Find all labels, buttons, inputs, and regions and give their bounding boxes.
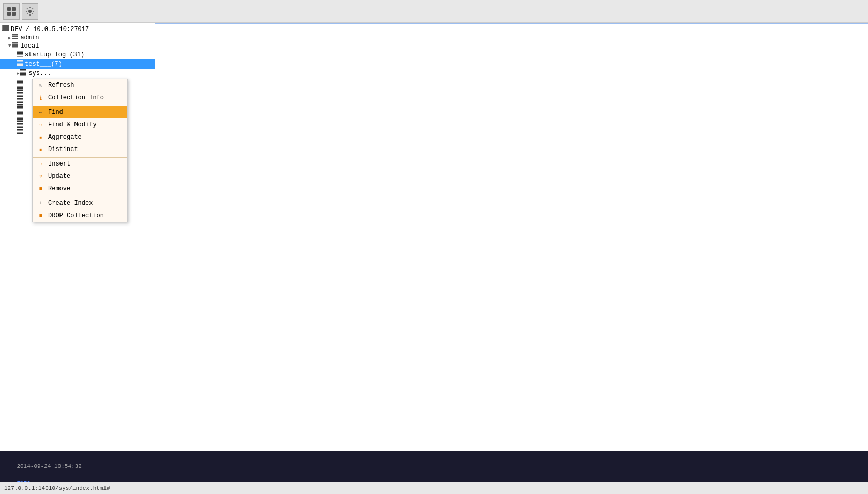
find-modify-icon: ↔ xyxy=(37,121,45,129)
log-area: 2014-09-24 10:54:32 INFO Retrieving Serv… xyxy=(0,451,868,482)
context-menu: ↻ Refresh ℹ Collection Info ← Find ↔ Fin… xyxy=(32,79,128,222)
log1-date: 2014-09-24 10:54:32 xyxy=(17,463,81,469)
find-arrow-icon: ← xyxy=(37,108,45,116)
expand-local-icon: ▼ xyxy=(8,43,11,49)
svg-rect-1 xyxy=(12,7,16,11)
update-icon: ⇄ xyxy=(37,172,45,181)
server-node[interactable]: DEV / 10.0.5.10:27017 xyxy=(0,25,155,34)
db-local[interactable]: ▼ local xyxy=(0,42,155,50)
svg-rect-53 xyxy=(17,117,23,118)
svg-rect-60 xyxy=(17,127,23,128)
ctx-distinct-label: Distinct xyxy=(48,146,78,153)
toolbar xyxy=(0,0,868,23)
collection-test-label: test___(7) xyxy=(25,61,62,68)
ctx-create-index-label: Create Index xyxy=(48,200,93,207)
svg-rect-33 xyxy=(17,86,23,87)
db-local-label: local xyxy=(20,42,39,50)
ctx-aggregate-label: Aggregate xyxy=(48,133,82,141)
ctx-find-label: Find xyxy=(48,109,63,116)
ctx-collection-info[interactable]: ℹ Collection Info xyxy=(33,92,127,104)
collection-startup-log[interactable]: startup_log (31) xyxy=(0,50,155,59)
collection-sys[interactable]: ▶ sys... xyxy=(0,69,155,78)
svg-rect-42 xyxy=(17,100,23,101)
svg-rect-52 xyxy=(17,115,23,116)
svg-rect-16 xyxy=(17,53,23,54)
collection-test[interactable]: test___(7) xyxy=(0,59,155,69)
svg-rect-9 xyxy=(12,36,18,38)
svg-rect-21 xyxy=(17,63,23,64)
ctx-drop-collection-label: DROP Collection xyxy=(48,212,104,219)
svg-rect-38 xyxy=(17,94,23,95)
main-area: DEV / 10.0.5.10:27017 ▶ admin ▼ xyxy=(0,23,868,451)
svg-rect-63 xyxy=(17,132,23,133)
server-icon xyxy=(2,25,9,33)
svg-rect-27 xyxy=(20,73,26,74)
db-admin-icon xyxy=(12,34,18,41)
svg-rect-12 xyxy=(12,44,18,46)
svg-rect-32 xyxy=(17,84,23,85)
ctx-remove[interactable]: ■ Remove xyxy=(33,183,127,195)
ctx-find-modify[interactable]: ↔ Find & Modify xyxy=(33,118,127,131)
svg-rect-15 xyxy=(17,52,23,53)
collection-icon-sys xyxy=(20,69,26,78)
svg-rect-45 xyxy=(17,104,23,106)
drop-collection-icon: ■ xyxy=(37,212,45,220)
svg-rect-25 xyxy=(20,71,26,72)
ctx-drop-collection[interactable]: ■ DROP Collection xyxy=(33,209,127,222)
svg-rect-51 xyxy=(17,113,23,114)
content-area xyxy=(155,23,868,451)
ctx-find[interactable]: ← Find xyxy=(33,106,127,118)
expand-sys-icon: ▶ xyxy=(17,71,19,77)
svg-rect-37 xyxy=(17,92,23,93)
svg-rect-2 xyxy=(7,12,11,16)
statusbar: 127.0.0.1:14010/sys/index.html# xyxy=(0,482,868,494)
svg-rect-22 xyxy=(17,64,23,65)
gear-icon xyxy=(25,7,35,16)
svg-rect-30 xyxy=(17,81,23,82)
ctx-remove-label: Remove xyxy=(48,185,70,192)
svg-rect-39 xyxy=(17,95,23,96)
create-index-icon: + xyxy=(37,199,45,207)
svg-rect-34 xyxy=(17,87,23,88)
expand-admin-icon: ▶ xyxy=(8,35,11,41)
svg-rect-55 xyxy=(17,119,23,121)
svg-rect-59 xyxy=(17,126,23,127)
grid-icon xyxy=(7,7,16,16)
info-icon: ℹ xyxy=(37,94,45,102)
svg-rect-64 xyxy=(17,133,23,134)
svg-rect-31 xyxy=(17,82,23,83)
svg-rect-36 xyxy=(17,90,23,91)
refresh-icon: ↻ xyxy=(37,81,45,89)
collection-sys-label: sys... xyxy=(28,70,51,77)
insert-icon: → xyxy=(37,160,45,168)
svg-rect-5 xyxy=(2,25,9,27)
toolbar-btn-grid[interactable] xyxy=(3,3,20,20)
svg-rect-8 xyxy=(12,34,18,36)
svg-rect-61 xyxy=(17,129,23,130)
svg-point-4 xyxy=(28,10,32,13)
ctx-aggregate[interactable]: ■ Aggregate xyxy=(33,131,127,143)
svg-rect-20 xyxy=(17,62,23,63)
svg-rect-28 xyxy=(20,74,26,76)
log-line-1: 2014-09-24 10:54:32 INFO Retrieving Serv… xyxy=(3,453,865,482)
svg-rect-0 xyxy=(7,7,11,11)
remove-icon: ■ xyxy=(37,185,45,193)
svg-rect-13 xyxy=(12,46,18,48)
svg-rect-29 xyxy=(17,80,23,81)
ctx-update[interactable]: ⇄ Update xyxy=(33,170,127,183)
ctx-insert[interactable]: → Insert xyxy=(33,157,127,170)
ctx-create-index[interactable]: + Create Index xyxy=(33,197,127,209)
svg-rect-7 xyxy=(2,29,9,31)
toolbar-btn-gear[interactable] xyxy=(22,3,38,20)
svg-rect-44 xyxy=(17,102,23,103)
svg-rect-48 xyxy=(17,109,23,110)
svg-rect-24 xyxy=(20,69,26,70)
svg-rect-10 xyxy=(12,38,18,39)
ctx-distinct[interactable]: ■ Distinct xyxy=(33,143,127,156)
svg-rect-58 xyxy=(17,125,23,126)
server-db-icon xyxy=(2,25,9,32)
ctx-refresh[interactable]: ↻ Refresh xyxy=(33,79,127,92)
ctx-update-label: Update xyxy=(48,173,70,180)
server-label: DEV / 10.0.5.10:27017 xyxy=(11,26,89,33)
db-admin[interactable]: ▶ admin xyxy=(0,34,155,42)
